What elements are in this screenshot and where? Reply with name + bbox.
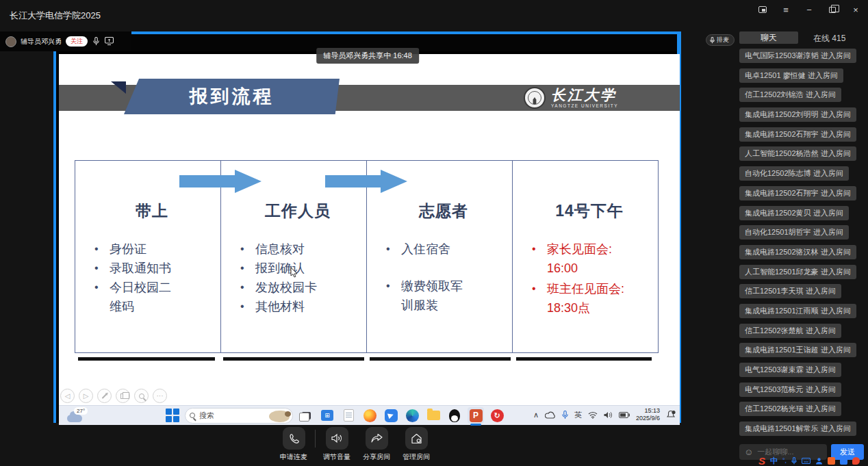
chat-message: 自动化12502陈志博 进入房间	[739, 166, 849, 181]
window-controls: ≡ − ×	[756, 3, 863, 16]
presentation-slide: 报到流程 长江大学 YANGTZE UNIVERSITY 带上 身份证录取通知书…	[59, 54, 680, 405]
column-header: 志愿者	[385, 200, 502, 222]
firefox-icon[interactable]	[361, 407, 378, 424]
messenger-icon[interactable]	[383, 407, 399, 424]
manage-room-button[interactable]: 管理房间	[396, 427, 436, 462]
chat-message: 集成电路12502石翔宇 进入房间	[739, 186, 856, 200]
ime-horn-icon[interactable]	[852, 457, 860, 465]
input-language-indicator[interactable]: 英	[574, 410, 582, 420]
ime-mic-icon[interactable]	[791, 457, 797, 465]
edge-icon[interactable]	[404, 407, 420, 424]
speaker-icon[interactable]	[604, 411, 613, 419]
share-arrow-icon	[371, 433, 383, 443]
pen-tool-button[interactable]	[97, 389, 112, 403]
microphone-tray-icon[interactable]	[562, 411, 568, 419]
apply-mic-button[interactable]: 申请连麦	[274, 427, 314, 462]
chat-message: 信工12501李天琪 进入房间	[739, 284, 841, 298]
volume-icon	[331, 433, 343, 443]
bullet-item: 班主任见面会: 18:30点	[531, 279, 648, 318]
taskbar-clock[interactable]: 15:13 2025/9/6	[636, 407, 660, 422]
pip-icon[interactable]	[756, 3, 769, 16]
bullet-item: 缴费领取军 训服装	[385, 276, 502, 315]
restore-icon[interactable]	[826, 3, 839, 16]
tab-chat[interactable]: 聊天	[739, 31, 798, 44]
bullet-item: 录取通知书	[93, 259, 211, 278]
window-title: 长江大学电信学院2025	[10, 10, 101, 22]
bullet-item: 信息核对	[239, 240, 357, 259]
bullet-item: 其他材料	[239, 297, 357, 316]
cloud-weather-icon	[67, 415, 82, 422]
notification-bell-icon[interactable]	[666, 410, 676, 419]
screen-share-icon[interactable]	[105, 37, 114, 45]
ime-mode-indicator[interactable]: 中	[770, 456, 778, 466]
more-tools-button[interactable]: ···	[153, 389, 167, 403]
ime-toolbox-icon[interactable]	[840, 457, 847, 465]
share-room-button[interactable]: 分享房间	[357, 427, 396, 462]
search-bird-image	[269, 411, 290, 422]
emoji-icon[interactable]: ☺	[744, 448, 753, 456]
chat-message: 集成电路12502骆汉林 进入房间	[739, 245, 856, 259]
ime-keyboard-icon[interactable]	[802, 458, 810, 464]
bullet-item: 入住宿舍	[385, 240, 502, 259]
hidden-icons-chevron[interactable]: ∧	[533, 411, 539, 419]
flow-column-bring: 带上 身份证录取通知书今日校园二 维码	[75, 161, 221, 352]
prev-slide-button[interactable]: ◁	[60, 389, 75, 403]
adjust-volume-button[interactable]: 调节音量	[317, 427, 357, 462]
controls-separator	[315, 430, 316, 448]
app-window: 长江大学电信学院2025 ≡ − × 报到流程 长江大学 YANGTZE UNI…	[0, 0, 868, 466]
host-avatar[interactable]	[5, 36, 16, 47]
qq-icon[interactable]	[446, 407, 463, 424]
follow-button[interactable]: 关注	[66, 36, 88, 47]
store-icon[interactable]: ⊞	[319, 407, 335, 424]
home-gear-icon	[411, 433, 422, 444]
ime-punct-icon[interactable]: °,	[782, 457, 787, 464]
ime-logo-icon[interactable]: S	[758, 455, 765, 466]
chat-message: 信工12502杨光瑞 进入房间	[739, 402, 841, 416]
host-name: 辅导员邓兴勇	[21, 37, 62, 47]
onedrive-cloud-icon[interactable]	[545, 411, 556, 419]
powerpoint-icon[interactable]: P	[468, 407, 484, 424]
chat-message: 电气12503范栋元 进入房间	[739, 383, 841, 397]
slides-overview-button[interactable]	[116, 389, 130, 403]
netease-music-icon[interactable]: ↻	[489, 407, 505, 424]
chat-message-list[interactable]: 电气国际12503谢淳韬 进入房间电卓12501 廖恒健 进入房间信工12502…	[739, 49, 867, 436]
ime-account-icon[interactable]	[815, 457, 823, 465]
tab-online[interactable]: 在线 415	[813, 33, 845, 44]
phone-icon	[288, 433, 299, 444]
chat-message: 集成电路12501解常乐 进入房间	[739, 422, 856, 436]
minimize-icon[interactable]: −	[802, 3, 816, 16]
column-underline	[370, 357, 511, 361]
taskbar-search[interactable]: 搜索	[185, 408, 293, 424]
shared-taskbar: 27° 搜索 ⊞ P ↻ ∧	[59, 405, 680, 425]
close-icon[interactable]: ×	[849, 3, 863, 16]
wifi-icon[interactable]	[588, 411, 598, 419]
task-view-icon[interactable]	[298, 407, 314, 424]
zoom-tool-button[interactable]	[134, 389, 149, 403]
explorer-icon[interactable]	[425, 407, 442, 424]
bullet-item: 家长见面会: 16:00	[531, 240, 648, 278]
chat-message: 人工智能12501邱龙豪 进入房间	[739, 265, 856, 279]
weather-widget[interactable]: 27°	[66, 407, 100, 425]
menu-icon[interactable]: ≡	[779, 3, 793, 16]
ime-toolbar[interactable]: S 中 °,	[758, 455, 860, 466]
microphone-icon[interactable]	[93, 37, 99, 46]
host-bar: 辅导员邓兴勇 关注	[0, 31, 131, 51]
slide-title: 报到流程	[190, 84, 275, 109]
chat-message: 集成电路12501王诣超 进入房间	[739, 343, 856, 357]
next-slide-button[interactable]: ▷	[79, 389, 93, 403]
chat-message: 集成电路12501江雨顺 进入房间	[739, 304, 856, 318]
chat-message: 集成电路12502刘明明 进入房间	[739, 107, 856, 122]
ime-skin-icon[interactable]	[828, 457, 835, 465]
notepad-icon[interactable]	[340, 407, 357, 424]
battery-icon[interactable]	[619, 412, 630, 418]
chat-message: 电气国际12503谢淳韬 进入房间	[739, 49, 856, 63]
chat-message: 信工12502张楚航 进入房间	[739, 324, 841, 338]
start-button[interactable]	[165, 408, 180, 423]
bullet-item: 身份证	[93, 240, 211, 259]
column-header: 14号下午	[531, 200, 648, 222]
banner-fold	[111, 81, 126, 94]
flow-table: 带上 身份证录取通知书今日校园二 维码 工作人员 信息核对报到确认发放校园卡其他…	[75, 160, 659, 353]
flow-column-afternoon: 14号下午 家长见面会: 16:00班主任见面会: 18:30点	[513, 161, 658, 352]
queue-mic-button[interactable]: 排麦	[706, 34, 735, 46]
mic-small-icon	[710, 37, 715, 44]
